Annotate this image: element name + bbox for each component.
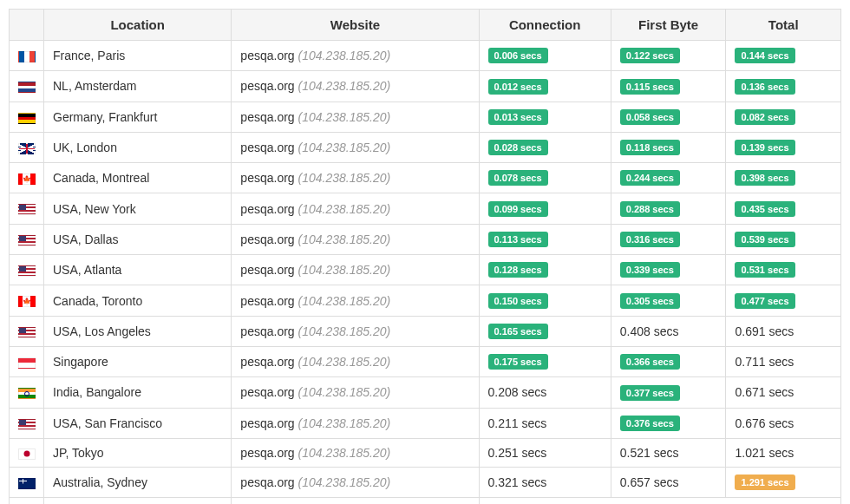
- connection-cell: 0.211 secs: [479, 408, 611, 438]
- website-cell: pesqa.org (104.238.185.20): [232, 438, 479, 467]
- flag-in-icon: [18, 388, 36, 399]
- website-domain: pesqa.org: [240, 141, 298, 154]
- total-cell-badge: 0.398 secs: [735, 170, 794, 186]
- website-cell: pesqa.org (104.238.185.20): [232, 316, 479, 346]
- website-domain: pesqa.org: [240, 110, 298, 124]
- website-ip: (104.238.185.20): [298, 202, 391, 216]
- total-cell-value: 1.021 secs: [735, 446, 794, 460]
- location-cell: USA, Atlanta: [44, 255, 232, 285]
- flag-au-icon: [18, 478, 36, 489]
- flag-cell: [10, 101, 44, 132]
- connection-cell: 0.128 secs: [479, 255, 611, 285]
- website-cell: pesqa.org (104.238.185.20): [232, 408, 479, 438]
- location-cell: USA, San Francisco: [44, 408, 232, 438]
- website-domain: pesqa.org: [240, 475, 298, 489]
- website-ip: (104.238.185.20): [298, 294, 391, 308]
- location-cell: Canada, Montreal: [44, 163, 232, 193]
- first-byte-cell: 0.408 secs: [611, 316, 726, 346]
- total-cell: 1.291 secs: [726, 467, 841, 497]
- connection-cell-badge: 0.012 secs: [488, 79, 548, 95]
- total-cell-badge: 0.477 secs: [735, 293, 794, 309]
- first-byte-cell-value: 0.521 secs: [620, 446, 679, 460]
- total-cell: 0.477 secs: [726, 285, 841, 316]
- website-cell: pesqa.org (104.238.185.20): [232, 41, 479, 71]
- table-row: UK, Londonpesqa.org (104.238.185.20)0.02…: [10, 132, 841, 162]
- location-cell: Singapore: [44, 346, 232, 376]
- location-cell: Australia, Sydney: [44, 467, 232, 497]
- total-cell: 0.671 secs: [726, 377, 841, 408]
- connection-cell: 0.012 secs: [479, 71, 611, 101]
- connection-cell: 0.099 secs: [479, 193, 611, 224]
- connection-cell: 0.113 secs: [479, 224, 611, 254]
- website-ip: (104.238.185.20): [298, 416, 391, 430]
- website-cell: pesqa.org (104.238.185.20): [232, 163, 479, 193]
- first-byte-cell: 0.305 secs: [611, 285, 726, 316]
- flag-ca-icon: [18, 173, 36, 185]
- flag-cell: [10, 285, 44, 316]
- total-cell-badge: 0.144 secs: [735, 48, 794, 63]
- website-ip: (104.238.185.20): [298, 141, 391, 154]
- table-row: USA, Los Angelespesqa.org (104.238.185.2…: [10, 316, 841, 346]
- website-domain: pesqa.org: [240, 324, 298, 338]
- flag-cell: [10, 467, 44, 497]
- website-ip: (104.238.185.20): [298, 232, 391, 246]
- connection-cell: 0.208 secs: [479, 377, 611, 408]
- header-total: Total: [726, 10, 841, 41]
- flag-cell: [10, 498, 44, 504]
- table-row: Germany, Frankfurtpesqa.org (104.238.185…: [10, 101, 841, 132]
- flag-cell: [10, 346, 44, 376]
- flag-us-icon: [18, 235, 36, 246]
- table-row: Canada, Torontopesqa.org (104.238.185.20…: [10, 285, 841, 316]
- connection-cell: 0.013 secs: [479, 101, 611, 132]
- flag-cell: [10, 163, 44, 193]
- flag-cell: [10, 316, 44, 346]
- table-row: USA, Atlantapesqa.org (104.238.185.20)0.…: [10, 255, 841, 285]
- website-ip: (104.238.185.20): [298, 446, 391, 460]
- website-domain: pesqa.org: [240, 385, 298, 399]
- table-row: Brazil, Sao Paulopesqa.org (unknown)Coul…: [10, 498, 841, 504]
- table-row: France, Parispesqa.org (104.238.185.20)0…: [10, 41, 841, 71]
- total-cell: 0.691 secs: [726, 316, 841, 346]
- connection-cell-badge: 0.006 secs: [488, 48, 548, 63]
- connection-cell-badge: 0.165 secs: [488, 324, 548, 339]
- first-byte-cell: 0.316 secs: [611, 224, 726, 254]
- total-cell: 0.539 secs: [726, 224, 841, 254]
- first-byte-cell-badge: 0.118 secs: [620, 140, 680, 155]
- website-domain: pesqa.org: [240, 232, 298, 246]
- connection-cell: 0.165 secs: [479, 316, 611, 346]
- connection-cell: 0.150 secs: [479, 285, 611, 316]
- total-cell-badge: 0.531 secs: [735, 262, 794, 278]
- connection-cell-badge: 0.150 secs: [488, 293, 548, 309]
- location-cell: France, Paris: [44, 41, 232, 71]
- connection-cell-value: 0.251 secs: [488, 446, 547, 460]
- total-cell: 0.435 secs: [726, 193, 841, 224]
- location-cell: USA, Los Angeles: [44, 316, 232, 346]
- website-ip: (104.238.185.20): [298, 49, 391, 62]
- flag-de-icon: [18, 113, 36, 124]
- first-byte-cell-badge: 0.339 secs: [620, 262, 680, 278]
- website-domain: pesqa.org: [240, 355, 298, 369]
- connection-cell: 0.251 secs: [479, 438, 611, 467]
- website-cell: pesqa.org (104.238.185.20): [232, 255, 479, 285]
- flag-cell: [10, 193, 44, 224]
- connection-cell-badge: 0.175 secs: [488, 354, 548, 370]
- first-byte-cell: 0.339 secs: [611, 255, 726, 285]
- website-cell: pesqa.org (104.238.185.20): [232, 467, 479, 497]
- table-row: Canada, Montrealpesqa.org (104.238.185.2…: [10, 163, 841, 193]
- total-cell: 0.082 secs: [726, 101, 841, 132]
- flag-cell: [10, 224, 44, 254]
- total-cell-value: 0.691 secs: [735, 324, 794, 338]
- first-byte-cell: 0.244 secs: [611, 163, 726, 193]
- connection-cell-badge: 0.113 secs: [488, 232, 548, 247]
- flag-sg-icon: [18, 357, 36, 369]
- header-first-byte: First Byte: [611, 10, 726, 41]
- first-byte-cell-value: 0.657 secs: [620, 475, 679, 489]
- first-byte-cell-badge: 0.122 secs: [620, 48, 680, 63]
- header-location: Location: [44, 10, 232, 41]
- total-cell: 0.531 secs: [726, 255, 841, 285]
- flag-us-icon: [18, 265, 36, 277]
- flag-us-icon: [18, 204, 36, 215]
- flag-ca-icon: [18, 296, 36, 307]
- table-row: USA, San Franciscopesqa.org (104.238.185…: [10, 408, 841, 438]
- first-byte-cell: 0.376 secs: [611, 408, 726, 438]
